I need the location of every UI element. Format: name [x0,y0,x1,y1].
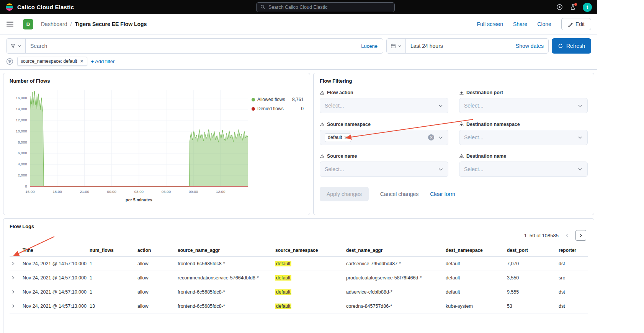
table-cell: frontend-6c5685fdc8-* [175,257,272,271]
cancel-changes-button[interactable]: Cancel changes [380,191,418,197]
global-search-placeholder: Search Calico Cloud Elastic [268,5,327,10]
brand: Calico Cloud Elastic [5,3,105,11]
table-cell: allow [134,285,175,299]
saved-query-menu-button[interactable] [7,39,26,53]
cloud-icon[interactable] [556,4,563,10]
flow-action-select[interactable]: Select... [320,98,448,113]
query-language-button[interactable]: Lucene [361,43,383,49]
page-title: Tigera Secure EE Flow Logs [75,21,147,27]
svg-text:8,000: 8,000 [18,140,27,144]
column-header-dest_namespace[interactable]: dest_namespace [443,244,504,257]
full-screen-link[interactable]: Full screen [477,21,503,27]
previous-page-icon[interactable] [563,232,571,239]
dashboard-header-bar: D Dashboard / Tigera Secure EE Flow Logs… [0,14,597,34]
edit-button[interactable]: Edit [561,18,591,30]
flow-filtering-form: Flow action Select... Destination port S… [320,90,588,177]
svg-text:12:00: 12:00 [216,189,226,194]
cell-source-namespace: default [272,257,343,271]
newsfeed-icon[interactable] [570,4,576,10]
breadcrumb: Dashboard / Tigera Secure EE Flow Logs [41,21,147,27]
table-cell: allow [134,271,175,285]
column-header-action[interactable]: action [134,244,175,257]
table-cell: Nov 24, 2021 @ 14:57:13.000 [20,299,87,313]
saved-query-icon [10,43,16,49]
flows-chart: 02,0004,0006,0008,00010,00012,00014,0001… [10,85,252,204]
table-row: Nov 24, 2021 @ 14:57:13.00013allowfronte… [10,299,588,313]
table-cell: 13 [87,299,134,313]
flow-filtering-panel: Flow Filtering Flow action Select... [313,73,594,215]
pagination-label: 1–50 of 108585 [524,233,559,238]
column-header-dest_name_aggr[interactable]: dest_name_aggr [343,244,443,257]
table-cell: productcatalogservice-58f76f466d-* [343,271,443,285]
global-search-box[interactable]: Search Calico Cloud Elastic [256,2,395,12]
destination-port-select[interactable]: Select... [459,98,588,113]
menu-icon[interactable] [6,20,14,28]
token-remove-icon[interactable]: ✕ [344,135,348,140]
breadcrumb-separator: / [70,21,72,27]
source-name-select[interactable]: Select... [320,162,448,177]
row-expand-button[interactable] [10,261,16,266]
refresh-button[interactable]: Refresh [552,38,591,54]
flow-filtering-title: Flow Filtering [320,78,588,84]
row-expand-button[interactable] [10,303,16,309]
namespace-token[interactable]: default ✕ [325,133,351,142]
field-destination-namespace: Destination namespace Select... [459,122,588,145]
svg-text:18:00: 18:00 [52,189,62,194]
flow-logs-title: Flow Logs [10,224,588,229]
row-expand-button[interactable] [10,289,16,295]
elastic-logo[interactable] [5,3,13,11]
filter-pill-source-namespace[interactable]: source_namespace: default ✕ [17,57,87,66]
legend-item-allowed[interactable]: Allowed flows 8,761 [252,97,304,102]
destination-name-select[interactable]: Select... [459,162,588,177]
time-range-value[interactable]: Last 24 hours [406,43,516,49]
dashboard-app-badge: D [23,19,33,29]
allowed-flows-dot [252,98,255,101]
table-cell: Nov 24, 2021 @ 14:57:10.000 [20,257,87,271]
share-link[interactable]: Share [513,21,527,27]
legend-label: Denied flows [257,106,284,111]
add-filter-button[interactable]: + Add filter [91,59,115,64]
filter-remove-icon[interactable]: ✕ [80,59,83,64]
show-dates-button[interactable]: Show dates [516,43,548,49]
apply-changes-button[interactable]: Apply changes [320,187,369,201]
panels-row: Number of Flows 02,0004,0006,0008,00010,… [3,73,594,215]
header-actions: Full screen Share Clone Edit [477,18,591,30]
table-cell: 3,550 [504,271,556,285]
clear-selection-icon[interactable]: ✕ [428,134,434,140]
table-cell: 1 [87,257,134,271]
warning-icon [320,154,325,158]
source-namespace-combobox[interactable]: default ✕ ✕ [320,130,448,145]
svg-text:16,000: 16,000 [16,96,27,100]
flow-logs-body: Nov 24, 2021 @ 14:57:10.0001allowfronten… [10,257,588,313]
query-input[interactable]: Search [26,43,361,49]
next-page-button[interactable] [575,230,586,241]
field-flow-action: Flow action Select... [320,90,448,113]
row-expand-button[interactable] [10,275,16,281]
table-cell: cartservice-795ddbd487-* [343,257,443,271]
column-header-source_namespace[interactable]: source_namespace [272,244,343,257]
table-cell: default [443,257,504,271]
filter-pill-label: source_namespace: default [21,59,77,64]
svg-text:per 5 minutes: per 5 minutes [126,198,152,202]
legend-item-denied[interactable]: Denied flows 0 [252,106,304,111]
column-header-reporter[interactable]: reporter [556,244,588,257]
query-search-box[interactable]: Search Lucene [6,38,383,54]
column-header-Time[interactable]: Time [20,244,87,257]
column-header-dest_port[interactable]: dest_port [504,244,556,257]
clone-link[interactable]: Clone [537,21,551,27]
table-cell: 9,555 [504,285,556,299]
query-bar: Search Lucene Last 24 hours Show dates R… [0,34,597,54]
date-picker-menu-button[interactable] [387,39,406,53]
breadcrumb-dashboard[interactable]: Dashboard [41,21,67,27]
column-header-source_name_aggr[interactable]: source_name_aggr [175,244,272,257]
destination-namespace-select[interactable]: Select... [459,130,588,145]
global-search-wrap: Search Calico Cloud Elastic [105,2,546,12]
field-label: Destination namespace [466,122,520,127]
warning-icon [320,90,325,95]
user-avatar[interactable]: t [583,3,592,12]
svg-text:09:00: 09:00 [189,189,198,194]
table-cell: allow [134,257,175,271]
clear-form-button[interactable]: Clear form [430,191,455,197]
column-header-num_flows[interactable]: num_flows [87,244,134,257]
filter-set-menu-icon[interactable] [6,58,13,65]
